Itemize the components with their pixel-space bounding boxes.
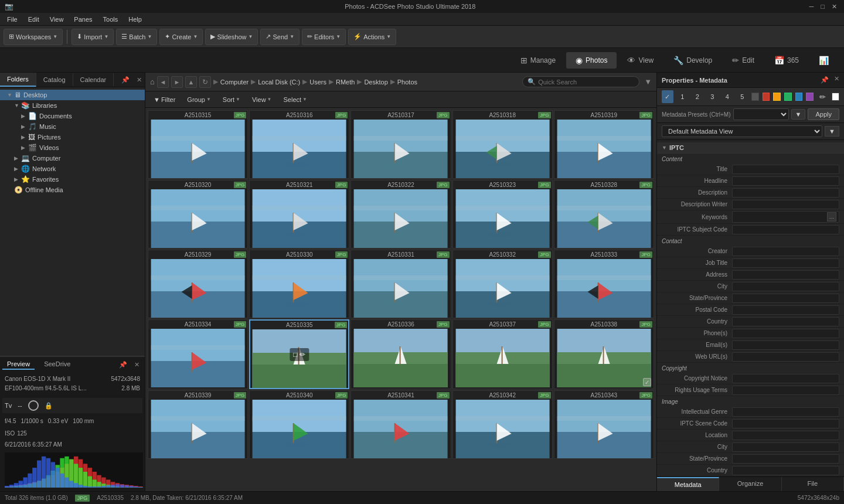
photo-thumb[interactable]: A2510340 JPG	[249, 390, 349, 459]
photo-thumb[interactable]: A2510335 JPG □ ✏	[249, 319, 349, 389]
tree-item-libraries[interactable]: ▼ 📚 Libraries	[0, 100, 145, 111]
photo-thumb[interactable]: A2510317 JPG	[350, 110, 451, 179]
photo-thumb[interactable]: A2510319 JPG	[554, 110, 654, 179]
meta-icon-4[interactable]: 4	[722, 90, 733, 103]
tree-item-documents[interactable]: ▶ 📄 Documents	[0, 111, 145, 121]
back-btn[interactable]: ◄	[157, 76, 169, 88]
preset-select[interactable]	[733, 108, 789, 120]
iptc-section-header[interactable]: ▼ IPTC	[657, 142, 844, 154]
minimize-btn[interactable]: ─	[807, 3, 816, 11]
tab-seedrive[interactable]: SeeDrive	[39, 359, 75, 370]
field-web-urls-value[interactable]	[732, 352, 839, 362]
view-select[interactable]: Default Metadata View	[662, 125, 822, 137]
field-postal-value[interactable]	[732, 305, 839, 315]
photo-thumb[interactable]: A2510339 JPG	[148, 390, 248, 459]
field-creator-value[interactable]	[732, 247, 839, 256]
preview-pin-btn[interactable]: 📌	[116, 360, 130, 370]
field-rights-value[interactable]	[732, 386, 839, 395]
field-phones-value[interactable]	[732, 329, 839, 338]
photo-thumb[interactable]: A2510341 JPG	[350, 390, 451, 459]
menu-panes[interactable]: Panes	[69, 15, 97, 24]
meta-icon-2[interactable]: 2	[692, 90, 703, 103]
breadcrumb-users[interactable]: Users	[309, 79, 326, 86]
photo-thumb[interactable]: A2510321 JPG	[249, 180, 349, 248]
tab-metadata[interactable]: Metadata	[657, 477, 719, 491]
color-yellow[interactable]	[773, 93, 781, 101]
expand-arrow[interactable]: ▶	[21, 113, 28, 119]
color-none[interactable]	[751, 93, 759, 101]
group-button[interactable]: Group ▼	[183, 95, 215, 104]
expand-arrow[interactable]: ▶	[14, 155, 21, 161]
field-keywords-value[interactable]: …	[732, 211, 839, 223]
photo-thumb[interactable]: A2510336 JPG	[350, 319, 451, 389]
meta-icon-5[interactable]: 5	[737, 90, 748, 103]
meta-edit-icon[interactable]: ✏	[817, 90, 829, 103]
photo-thumb[interactable]: A2510342 JPG	[452, 390, 553, 459]
expand-arrow[interactable]: ▶	[21, 134, 28, 140]
field-iptc-scene-value[interactable]	[732, 419, 839, 428]
tab-edit[interactable]: ✏ Edit	[723, 52, 764, 69]
tab-develop[interactable]: 🔧 Develop	[664, 52, 722, 69]
expand-arrow[interactable]: ▶	[21, 124, 28, 130]
refresh-btn[interactable]: ↻	[199, 76, 211, 88]
apply-button[interactable]: Apply	[808, 108, 839, 120]
field-iptc-subject-value[interactable]	[732, 225, 839, 234]
slideshow-button[interactable]: ▶ Slideshow ▼	[205, 29, 258, 45]
search-dropdown-btn[interactable]: ▼	[644, 77, 652, 86]
photo-thumb[interactable]: A2510343 JPG	[554, 390, 654, 459]
menu-view[interactable]: View	[45, 15, 69, 24]
expand-arrow[interactable]: ▼	[14, 103, 21, 108]
panel-pin-btn[interactable]: 📌	[118, 75, 132, 85]
preset-dropdown-btn[interactable]: ▼	[791, 109, 806, 120]
field-img-country-value[interactable]	[732, 466, 839, 475]
expand-arrow[interactable]: ▼	[7, 92, 14, 98]
photo-thumb[interactable]: A2510315 JPG	[148, 110, 248, 179]
field-copyright-value[interactable]	[732, 374, 839, 383]
view-button[interactable]: View ▼	[249, 95, 275, 104]
tree-item-offline[interactable]: 📀 Offline Media	[0, 185, 145, 195]
field-intellectual-value[interactable]	[732, 407, 839, 417]
metadata-check-btn[interactable]: ✓	[662, 90, 673, 103]
tab-365[interactable]: 📅 365	[765, 52, 808, 69]
keywords-browse-btn[interactable]: …	[827, 212, 836, 222]
panel-close-btn[interactable]: ✕	[134, 75, 145, 85]
field-desc-writer-value[interactable]	[732, 200, 839, 209]
breadcrumb-rmeth[interactable]: RMeth	[336, 79, 355, 86]
color-blue[interactable]	[795, 93, 803, 101]
field-city-value[interactable]	[732, 282, 839, 291]
workspaces-button[interactable]: ⊞ Workspaces ▼	[4, 29, 63, 45]
menu-help[interactable]: Help	[124, 15, 147, 24]
color-white[interactable]	[832, 93, 839, 101]
send-button[interactable]: ↗ Send ▼	[260, 29, 300, 45]
filter-button[interactable]: ▼ Filter	[150, 95, 179, 104]
tree-item-pictures[interactable]: ▶ 🖼 Pictures	[0, 132, 145, 142]
tree-item-desktop[interactable]: ▼ 🖥 Desktop	[0, 90, 145, 100]
expand-arrow[interactable]: ▶	[21, 145, 28, 151]
forward-btn[interactable]: ►	[171, 76, 183, 88]
field-headline-value[interactable]	[732, 176, 839, 186]
tab-file[interactable]: File	[782, 477, 844, 491]
photo-thumb[interactable]: A2510333 JPG	[554, 250, 654, 318]
color-red[interactable]	[763, 93, 770, 101]
photo-thumb[interactable]: A2510337 JPG	[452, 319, 553, 389]
photo-thumb[interactable]: A2510334 JPG	[148, 319, 248, 389]
editors-button[interactable]: ✏ Editors ▼	[302, 29, 346, 45]
menu-file[interactable]: File	[2, 15, 22, 24]
field-job-title-value[interactable]	[732, 258, 839, 268]
color-purple[interactable]	[806, 93, 814, 101]
tab-preview[interactable]: Preview	[2, 359, 35, 370]
tree-item-network[interactable]: ▶ 🌐 Network	[0, 164, 145, 174]
color-green[interactable]	[784, 93, 792, 101]
photo-thumb[interactable]: A2510320 JPG	[148, 180, 248, 248]
tree-item-computer[interactable]: ▶ 💻 Computer	[0, 153, 145, 164]
batch-button[interactable]: ☰ Batch ▼	[116, 29, 157, 45]
breadcrumb-computer[interactable]: Computer	[220, 79, 249, 86]
tree-item-favorites[interactable]: ▶ ⭐ Favorites	[0, 174, 145, 185]
right-panel-pin-btn[interactable]: 📌	[818, 75, 832, 85]
field-country-value[interactable]	[732, 317, 839, 326]
view-select-arrow[interactable]: ▼	[825, 126, 839, 137]
field-address-value[interactable]	[732, 270, 839, 280]
create-button[interactable]: ✦ Create ▼	[159, 29, 203, 45]
tab-manage[interactable]: ⊞ Manage	[511, 52, 565, 69]
photo-thumb[interactable]: A2510330 JPG	[249, 250, 349, 318]
